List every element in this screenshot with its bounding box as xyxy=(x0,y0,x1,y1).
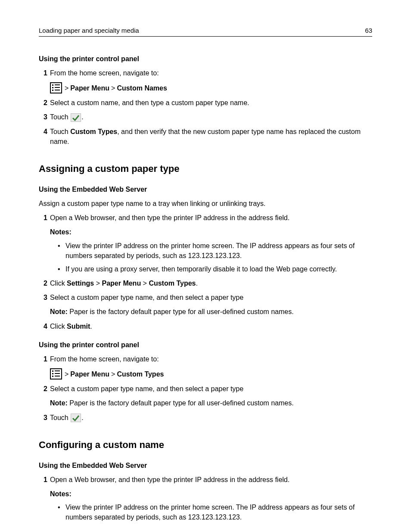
s2-heading: Assigning a custom paper type xyxy=(39,162,372,176)
path-item: Paper Menu xyxy=(70,369,109,379)
step-number: 2 xyxy=(39,384,47,394)
path-item: Paper Menu xyxy=(102,280,141,287)
s3-step1: 1 Open a Web browser, and then type the … xyxy=(39,475,372,523)
s3-subheading: Using the Embedded Web Server xyxy=(39,460,372,470)
s2b-subheading: Using the printer control panel xyxy=(39,340,372,350)
path-item: Custom Names xyxy=(117,83,167,93)
s2-step3: 3 Select a custom paper type name, and t… xyxy=(39,292,372,317)
sep: > xyxy=(65,83,68,93)
sep: > xyxy=(111,83,115,93)
notes-label: Notes: xyxy=(50,489,372,499)
step-text: From the home screen, navigate to: xyxy=(50,355,159,363)
note-text: Paper is the factory default paper type … xyxy=(68,399,294,407)
menu-icon xyxy=(50,368,62,380)
step-number: 4 xyxy=(39,127,47,137)
sep: > xyxy=(141,280,149,287)
step-text: Select a custom paper type name, and the… xyxy=(50,294,243,301)
notes-label: Notes: xyxy=(50,227,372,237)
custom-types-label: Custom Types xyxy=(70,128,117,135)
note-text: Paper is the factory default paper type … xyxy=(68,308,294,315)
submit-label: Submit xyxy=(67,323,90,330)
sep: > xyxy=(65,369,68,379)
step-text-a: Touch xyxy=(50,113,70,121)
step-text: Select a custom paper type name, and the… xyxy=(50,385,243,392)
step-text-a: Click xyxy=(50,280,67,287)
sep: > xyxy=(111,369,115,379)
s2-intro: Assign a custom paper type name to a tra… xyxy=(39,199,372,208)
step-text: From the home screen, navigate to: xyxy=(50,69,159,77)
path-item: Settings xyxy=(67,280,94,287)
step-text-b: . xyxy=(81,113,83,121)
step-number: 3 xyxy=(39,292,47,302)
step-note: Note: Paper is the factory default paper… xyxy=(50,307,372,317)
s2-step2: 2 Click Settings > Paper Menu > Custom T… xyxy=(39,278,372,288)
s2b-step3: 3 Touch . xyxy=(39,413,372,423)
period: . xyxy=(196,280,197,287)
step-text-a: Touch xyxy=(50,414,70,421)
s3-heading: Configuring a custom name xyxy=(39,438,372,452)
step-text: Open a Web browser, and then type the pr… xyxy=(50,476,290,483)
page-header: Loading paper and specialty media 63 xyxy=(39,26,372,37)
menu-icon xyxy=(50,82,62,93)
step-text-a: Touch xyxy=(50,128,70,135)
checkmark-icon xyxy=(71,113,81,122)
s1-heading: Using the printer control panel xyxy=(39,54,372,64)
path-item: Custom Types xyxy=(117,369,164,379)
s2b-step1: 1 From the home screen, navigate to: > P… xyxy=(39,354,372,380)
path-item: Paper Menu xyxy=(70,83,109,93)
sep: > xyxy=(94,280,102,287)
s2a-subheading: Using the Embedded Web Server xyxy=(39,184,372,194)
s2-step1: 1 Open a Web browser, and then type the … xyxy=(39,213,372,274)
note-item: View the printer IP address on the print… xyxy=(58,241,372,261)
step-number: 2 xyxy=(39,278,47,288)
s1-step3: 3 Touch . xyxy=(39,112,372,122)
step-number: 1 xyxy=(39,213,47,223)
s1-step1: 1 From the home screen, navigate to: > P… xyxy=(39,68,372,93)
step-number: 1 xyxy=(39,68,47,78)
s1-step2: 2 Select a custom name, and then type a … xyxy=(39,98,372,108)
nav-path: > Paper Menu > Custom Types xyxy=(50,368,372,380)
step-number: 1 xyxy=(39,475,47,485)
checkmark-icon xyxy=(71,414,81,422)
step-number: 4 xyxy=(39,321,47,331)
note-label: Note: xyxy=(50,308,68,315)
s1-step4: 4 Touch Custom Types, and then verify th… xyxy=(39,127,372,146)
step-number: 3 xyxy=(39,413,47,423)
path-item: Custom Types xyxy=(149,280,196,287)
nav-path: > Paper Menu > Custom Names xyxy=(50,82,372,93)
step-text-b: . xyxy=(90,323,92,330)
step-text: Select a custom name, and then type a cu… xyxy=(50,99,249,106)
note-label: Note: xyxy=(50,399,68,407)
header-title: Loading paper and specialty media xyxy=(39,26,139,35)
step-text-b: . xyxy=(81,414,83,421)
step-note: Note: Paper is the factory default paper… xyxy=(50,398,372,408)
page-number: 63 xyxy=(365,26,372,35)
step-number: 3 xyxy=(39,112,47,122)
note-item: If you are using a proxy server, then te… xyxy=(58,264,372,274)
step-text-a: Click xyxy=(50,323,67,330)
s2b-step2: 2 Select a custom paper type name, and t… xyxy=(39,384,372,408)
step-text: Open a Web browser, and then type the pr… xyxy=(50,214,290,221)
s2-step4: 4 Click Submit. xyxy=(39,321,372,331)
note-item: View the printer IP address on the print… xyxy=(58,502,372,522)
step-number: 1 xyxy=(39,354,47,364)
step-number: 2 xyxy=(39,98,47,108)
